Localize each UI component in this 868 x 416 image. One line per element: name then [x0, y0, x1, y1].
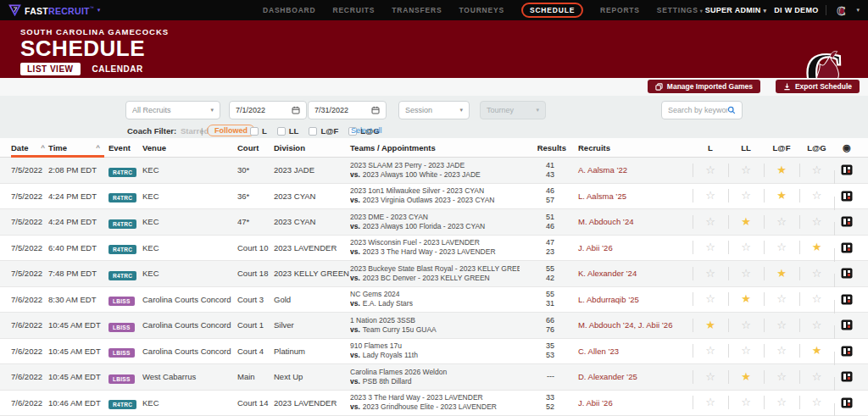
topnav-item[interactable]: TRANSFERS — [392, 6, 442, 14]
star-l[interactable]: ★ — [693, 313, 728, 339]
boxscore-icon[interactable] — [834, 242, 868, 253]
topnav-item[interactable]: DASHBOARD — [263, 6, 315, 14]
star-l[interactable]: ☆ — [693, 183, 728, 209]
star-l[interactable]: ☆ — [693, 390, 728, 416]
coach-filter-checkbox[interactable]: L — [250, 126, 267, 136]
row-venue: KEC — [142, 398, 237, 408]
starred-toggle[interactable]: Starred — [181, 126, 209, 136]
star-lg[interactable]: ☆ — [799, 183, 834, 209]
star-lf[interactable]: ★ — [764, 261, 799, 287]
star-lf[interactable]: ★ — [764, 183, 799, 209]
boxscore-icon[interactable] — [834, 294, 868, 305]
row-court: Court 3 — [237, 295, 274, 304]
star-lg[interactable]: ☆ — [799, 313, 834, 339]
star-l[interactable]: ☆ — [693, 364, 728, 391]
column-header-date[interactable]: Date^ — [11, 143, 48, 153]
search-icon[interactable] — [727, 105, 736, 115]
topnav-item[interactable]: REPORTS — [600, 6, 640, 14]
team-mini-logo-icon[interactable]: C — [834, 4, 849, 17]
star-lg[interactable]: ☆ — [799, 364, 834, 391]
search-input[interactable] — [668, 106, 727, 114]
star-ll[interactable]: ☆ — [728, 313, 764, 339]
coach-filter-checkbox[interactable]: L@F — [309, 126, 338, 136]
star-lf[interactable]: ☆ — [764, 235, 799, 261]
star-l[interactable]: ☆ — [693, 158, 728, 183]
star-ll[interactable]: ★ — [728, 364, 764, 391]
checkbox-icon[interactable] — [250, 127, 259, 136]
star-lg[interactable]: ★ — [799, 235, 834, 261]
checkbox-icon[interactable] — [277, 127, 286, 136]
star-l[interactable]: ☆ — [693, 261, 728, 287]
recruit-link[interactable]: L. Aalsma ’25 — [566, 191, 693, 201]
star-ll[interactable]: ☆ — [728, 158, 764, 183]
recruit-link[interactable]: L. Abdurraqib ’25 — [566, 295, 693, 304]
fastrecruit-logo[interactable]: FASTRECRUIT™ ▾ — [8, 3, 100, 18]
recruit-link[interactable]: M. Abdouch ’24, J. Abii ’26 — [566, 320, 693, 330]
star-l[interactable]: ☆ — [693, 209, 728, 236]
checkbox-icon[interactable] — [309, 127, 317, 136]
boxscore-icon[interactable] — [834, 346, 868, 357]
star-lf[interactable]: ☆ — [764, 390, 799, 416]
session-dropdown[interactable]: Session▾ — [398, 101, 470, 119]
star-lg[interactable]: ☆ — [799, 209, 834, 236]
manage-imported-games-button[interactable]: Manage Imported Games — [648, 80, 760, 93]
star-lf[interactable]: ☆ — [764, 209, 799, 236]
row-court: 36* — [237, 191, 274, 201]
recruit-link[interactable]: J. Abii ’26 — [566, 398, 693, 408]
star-lg[interactable]: ☆ — [799, 261, 834, 287]
team-context-menu[interactable]: DI W DEMO — [774, 6, 818, 14]
boxscore-icon[interactable] — [834, 319, 868, 330]
coach-filter-checkbox[interactable]: LL — [277, 126, 299, 136]
star-ll[interactable]: ☆ — [728, 183, 764, 209]
topnav-item[interactable]: TOURNEYS — [459, 6, 504, 14]
star-lf[interactable]: ☆ — [764, 313, 799, 339]
tourney-dropdown[interactable]: Tourney▾ — [480, 101, 546, 119]
star-l[interactable]: ☆ — [693, 235, 728, 261]
recruit-link[interactable]: C. Allen ’23 — [566, 347, 693, 356]
recruit-link[interactable]: M. Abdouch ’24 — [566, 217, 693, 226]
boxscore-icon[interactable] — [834, 371, 868, 382]
star-ll[interactable]: ☆ — [728, 390, 764, 416]
star-lf[interactable]: ☆ — [764, 338, 799, 364]
column-settings-icon[interactable]: ◉ — [834, 142, 868, 153]
date-from-input[interactable]: 7/1/2022 — [229, 101, 307, 119]
recruit-link[interactable]: D. Alexander ’25 — [566, 372, 693, 381]
super-admin-menu[interactable]: SUPER ADMIN ▾ — [705, 6, 767, 14]
boxscore-icon[interactable] — [834, 191, 868, 202]
star-lg[interactable]: ★ — [799, 338, 834, 364]
column-header-time[interactable]: Time^ — [48, 143, 108, 153]
star-lg[interactable]: ☆ — [799, 390, 834, 416]
boxscore-icon[interactable] — [834, 268, 868, 279]
star-ll[interactable]: ☆ — [728, 338, 764, 364]
topnav-item[interactable]: SCHEDULE — [521, 3, 583, 18]
tab-list-view[interactable]: LIST VIEW — [20, 63, 81, 75]
star-lf[interactable]: ☆ — [764, 286, 799, 313]
select-all-link[interactable]: Select all — [351, 126, 382, 135]
star-lf[interactable]: ★ — [764, 158, 799, 183]
topnav-item[interactable]: SETTINGS▾ — [657, 6, 704, 14]
star-ll[interactable]: ★ — [728, 286, 764, 313]
tab-calendar[interactable]: CALENDAR — [92, 64, 143, 74]
recruits-dropdown[interactable]: All Recruits▾ — [125, 101, 220, 119]
account-caret-icon[interactable]: ▾ — [856, 7, 860, 14]
boxscore-icon[interactable] — [834, 216, 868, 227]
search-box[interactable] — [661, 101, 743, 119]
boxscore-icon[interactable] — [834, 164, 868, 175]
star-l[interactable]: ☆ — [693, 286, 728, 313]
recruit-link[interactable]: K. Alexander ’24 — [566, 269, 693, 278]
star-lg[interactable]: ☆ — [799, 158, 834, 183]
topnav-item[interactable]: RECRUITS — [332, 6, 375, 14]
date-to-input[interactable]: 7/31/2022 — [308, 101, 387, 119]
star-lg[interactable]: ☆ — [799, 286, 834, 313]
boxscore-icon[interactable] — [834, 397, 868, 408]
recruit-link[interactable]: J. Abii ’26 — [566, 243, 693, 252]
star-l[interactable]: ☆ — [693, 338, 728, 364]
followed-toggle[interactable]: Followed — [207, 125, 255, 136]
star-ll[interactable]: ★ — [728, 209, 764, 236]
recruit-link[interactable]: A. Aalsma ’22 — [566, 165, 693, 175]
export-schedule-button[interactable]: Export Schedule — [776, 80, 860, 93]
star-lf[interactable]: ☆ — [764, 364, 799, 391]
star-ll[interactable]: ☆ — [728, 235, 764, 261]
star-ll[interactable]: ☆ — [728, 261, 764, 287]
row-division: 2023 JADE — [274, 165, 350, 175]
